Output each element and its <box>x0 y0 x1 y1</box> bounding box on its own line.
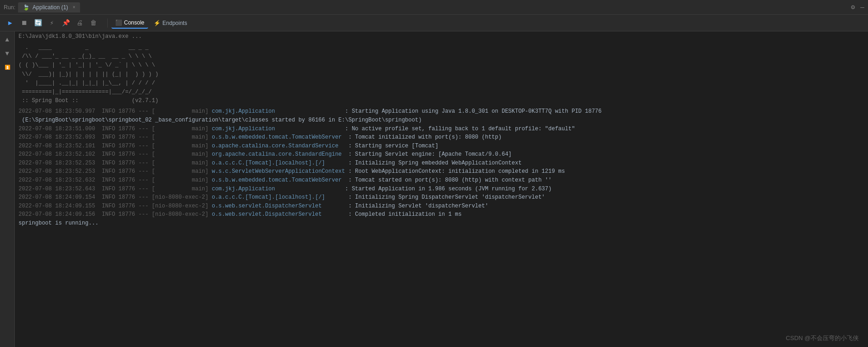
minimize-icon[interactable]: — <box>861 4 864 11</box>
tab-label: Application (1) <box>32 4 68 11</box>
log-class: o.a.c.c.C.[Tomcat].[localhost].[/] <box>212 159 345 168</box>
restore-icon[interactable]: ⚡ <box>45 17 58 30</box>
log-level: INFO <box>102 107 118 116</box>
log-message: : Starting Servlet engine: [Apache Tomca… <box>345 150 512 159</box>
log-message: : Starting Application using Java 1.8.0_… <box>342 107 602 116</box>
scroll-down-icon[interactable]: ▼ <box>1 47 14 60</box>
log-level: INFO <box>102 125 118 134</box>
console-tab[interactable]: ⬛ Console <box>112 18 148 29</box>
log-message: : Initializing Spring DispatcherServlet … <box>345 193 545 202</box>
log-timestamp: 2022-07-08 18:23:52.102 <box>19 150 102 159</box>
log-message: (E:\SpringBoot\springboot\springboot_02 … <box>19 116 422 125</box>
log-message: : Initializing Spring embedded WebApplic… <box>345 159 522 168</box>
log-line: 2022-07-08 18:23:50.997 INFO 18776 --- [… <box>19 107 864 116</box>
leaf-icon: 🍃 <box>23 4 30 11</box>
close-tab-icon[interactable]: × <box>73 5 75 10</box>
log-class: com.jkj.Application <box>212 107 342 116</box>
log-class: o.s.web.servlet.DispatcherServlet <box>212 210 345 219</box>
log-pid: 18776 --- [ main] <box>118 167 212 176</box>
log-level: INFO <box>102 150 118 159</box>
log-level: INFO <box>102 202 118 211</box>
run-label: Run: <box>4 4 15 11</box>
log-level: INFO <box>102 142 118 151</box>
log-pid: 18776 --- [ main] <box>118 125 212 134</box>
log-class: o.s.b.w.embedded.tomcat.TomcatWebServer <box>212 133 345 142</box>
log-line: 2022-07-08 18:23:52.102 INFO 18776 --- [… <box>19 150 864 159</box>
title-bar-right: ⚙ — <box>851 3 864 11</box>
log-level: INFO <box>102 210 118 219</box>
log-pid: 18776 --- [nio-8080-exec-2] <box>118 193 212 202</box>
log-pid: 18776 --- [nio-8080-exec-2] <box>118 210 212 219</box>
scroll-up-icon[interactable]: ▲ <box>1 33 14 46</box>
console-label: Console <box>124 19 144 26</box>
scroll-to-top-icon[interactable]: ⏫ <box>1 61 14 74</box>
log-timestamp: 2022-07-08 18:23:52.101 <box>19 142 102 151</box>
delete-icon[interactable]: 🗑 <box>87 17 100 30</box>
log-timestamp: 2022-07-08 18:23:52.093 <box>19 133 102 142</box>
log-class: o.a.c.c.C.[Tomcat].[localhost].[/] <box>212 193 345 202</box>
log-level: INFO <box>102 167 118 176</box>
log-timestamp: 2022-07-08 18:23:52.632 <box>19 176 102 185</box>
endpoints-icon: ⚡ <box>154 20 161 26</box>
rerun-icon[interactable]: 🔄 <box>31 17 44 30</box>
console-content: E:\Java\jdk1.8.0_301\bin\java.exe ... . … <box>15 31 868 347</box>
log-level: INFO <box>102 193 118 202</box>
log-line: 2022-07-08 18:24:09.154 INFO 18776 --- [… <box>19 193 864 202</box>
log-class: o.s.b.w.embedded.tomcat.TomcatWebServer <box>212 176 345 185</box>
log-timestamp: 2022-07-08 18:24:09.156 <box>19 210 102 219</box>
settings-icon[interactable]: ⚙ <box>851 3 855 11</box>
log-pid: 18776 --- [ main] <box>118 176 212 185</box>
title-bar: Run: 🍃 Application (1) × ⚙ — <box>0 0 868 15</box>
log-level: INFO <box>102 133 118 142</box>
log-line: 2022-07-08 18:23:52.643 INFO 18776 --- [… <box>19 185 864 194</box>
log-level: INFO <box>102 159 118 168</box>
log-line: 2022-07-08 18:23:52.632 INFO 18776 --- [… <box>19 176 864 185</box>
run-controls: ▲ ▼ ⏫ <box>0 31 15 347</box>
print-icon[interactable]: 🖨 <box>73 17 86 30</box>
log-timestamp: 2022-07-08 18:23:52.253 <box>19 159 102 168</box>
log-timestamp: 2022-07-08 18:24:09.154 <box>19 193 102 202</box>
log-message: : Initializing Servlet 'dispatcherServle… <box>345 202 489 211</box>
log-line: 2022-07-08 18:24:09.155 INFO 18776 --- [… <box>19 202 864 211</box>
log-class: w.s.c.ServletWebServerApplicationContext <box>212 167 345 176</box>
running-text: springboot is running... <box>19 219 864 228</box>
log-message: : Started Application in 1.986 seconds (… <box>342 185 552 194</box>
cmd-line: E:\Java\jdk1.8.0_301\bin\java.exe ... <box>19 33 864 40</box>
endpoints-tab[interactable]: ⚡ Endpoints <box>150 18 191 28</box>
log-message: : Starting service [Tomcat] <box>345 142 439 151</box>
log-line: 2022-07-08 18:23:52.253 INFO 18776 --- [… <box>19 159 864 168</box>
log-pid: 18776 --- [ main] <box>118 150 212 159</box>
stop-icon[interactable]: ⏹ <box>18 17 31 30</box>
log-line: 2022-07-08 18:24:09.156 INFO 18776 --- [… <box>19 210 864 219</box>
log-timestamp: 2022-07-08 18:23:52.253 <box>19 167 102 176</box>
toolbar-separator <box>107 18 108 28</box>
log-pid: 18776 --- [ main] <box>118 133 212 142</box>
log-pid: 18776 --- [ main] <box>118 159 212 168</box>
log-pid: 18776 --- [nio-8080-exec-2] <box>118 202 212 211</box>
log-timestamp: 2022-07-08 18:23:50.997 <box>19 107 102 116</box>
toolbar: ▶ ⏹ 🔄 ⚡ 📌 🖨 🗑 ⬛ Console ⚡ Endpoints <box>0 15 868 31</box>
log-level: INFO <box>102 185 118 194</box>
log-pid: 18776 --- [ main] <box>118 142 212 151</box>
log-class: o.apache.catalina.core.StandardService <box>212 142 345 151</box>
watermark: CSDN @不会压弯的小飞侠 <box>786 334 859 342</box>
log-level: INFO <box>102 176 118 185</box>
log-timestamp: 2022-07-08 18:23:51.000 <box>19 125 102 134</box>
log-message: : Tomcat initialized with port(s): 8080 … <box>345 133 502 142</box>
pin-icon[interactable]: 📌 <box>59 17 72 30</box>
log-class: com.jkj.Application <box>212 185 342 194</box>
log-pid: 18776 --- [ main] <box>118 107 212 116</box>
log-container: 2022-07-08 18:23:50.997 INFO 18776 --- [… <box>19 107 864 227</box>
log-line: 2022-07-08 18:23:52.093 INFO 18776 --- [… <box>19 133 864 142</box>
log-pid: 18776 --- [ main] <box>118 185 212 194</box>
log-class: com.jkj.Application <box>212 125 342 134</box>
app-tab[interactable]: 🍃 Application (1) × <box>18 2 80 12</box>
log-line: 2022-07-08 18:23:52.253 INFO 18776 --- [… <box>19 167 864 176</box>
run-icon[interactable]: ▶ <box>4 17 17 30</box>
log-message: : Completed initialization in 1 ms <box>345 210 462 219</box>
log-message: : Root WebApplicationContext: initializa… <box>345 167 565 176</box>
spring-banner: . ____ _ __ _ _ /\\ / ___'_ __ _ _(_)_ _… <box>19 43 864 105</box>
log-line: 2022-07-08 18:23:51.000 INFO 18776 --- [… <box>19 125 864 134</box>
log-message: : Tomcat started on port(s): 8080 (http)… <box>345 176 552 185</box>
log-timestamp: 2022-07-08 18:24:09.155 <box>19 202 102 211</box>
